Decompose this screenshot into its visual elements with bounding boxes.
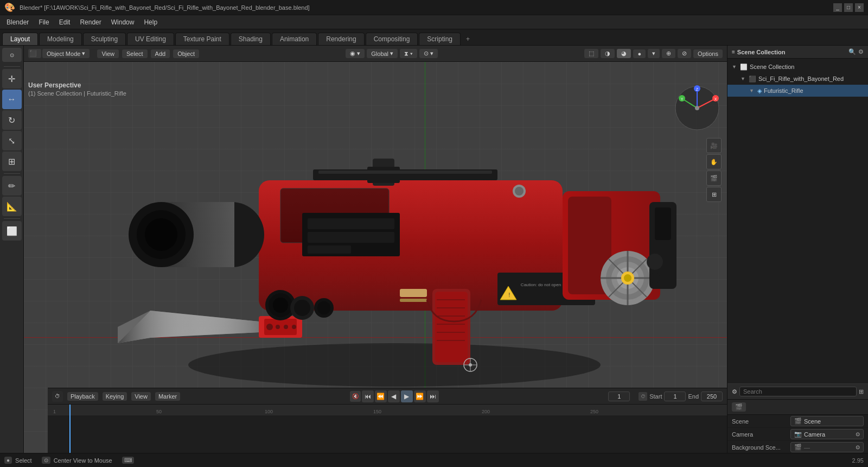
properties-filter-button[interactable]: ⊞: [859, 388, 864, 395]
tool-scale[interactable]: ⤡: [2, 131, 22, 150]
tool-rotate[interactable]: ↻: [2, 110, 22, 130]
options-button[interactable]: Options: [693, 49, 723, 58]
playback-menu[interactable]: Playback: [67, 392, 98, 401]
scene-dropdown-icon: 🎬: [794, 418, 802, 425]
viewport-shading-wire[interactable]: ⬚: [584, 49, 598, 58]
outliner-item-futuristic-rifle[interactable]: ▼ ◈ Futuristic_Rifle: [727, 85, 868, 97]
tab-scripting[interactable]: Scripting: [419, 33, 461, 45]
current-frame-display[interactable]: 1: [608, 392, 630, 401]
view-menu-button[interactable]: View: [97, 49, 119, 58]
keying-menu[interactable]: Keying: [103, 392, 127, 401]
tool-add-cube[interactable]: ⬜: [2, 221, 22, 241]
background-label-text: Background Sce...: [732, 444, 786, 451]
toolbar-separator-3: [4, 218, 20, 219]
add-menu-button[interactable]: Add: [151, 49, 170, 58]
snap-toggle[interactable]: ⧗ ▾: [400, 49, 417, 58]
outliner-settings-button[interactable]: ⚙: [858, 48, 864, 55]
tool-annotate[interactable]: ✏: [2, 176, 22, 195]
outliner-filter-button[interactable]: 🔍: [848, 48, 856, 55]
prop-tab-scene[interactable]: 🎬: [732, 402, 746, 412]
jump-start-button[interactable]: ⏮: [362, 390, 374, 402]
svg-rect-63: [400, 299, 427, 302]
close-button[interactable]: ×: [855, 3, 864, 12]
audio-toggle[interactable]: 🔇: [350, 391, 361, 402]
tab-compositing[interactable]: Compositing: [366, 33, 418, 45]
select-menu-button[interactable]: Select: [122, 49, 148, 58]
play-reverse-button[interactable]: ◀: [388, 390, 400, 402]
viewport-zoom-tool[interactable]: 🎬: [706, 171, 722, 186]
pivot-point-dropdown[interactable]: ◉ ▾: [346, 49, 365, 58]
tool-measure[interactable]: 📐: [2, 197, 22, 216]
timeline-ruler[interactable]: 1 50 100 150 200 250: [48, 405, 727, 415]
svg-rect-14: [308, 232, 394, 243]
camera-select-icon[interactable]: ⊙: [856, 431, 860, 437]
menu-blender[interactable]: Blender: [2, 17, 33, 27]
viewport-shading-solid[interactable]: ◑: [601, 49, 615, 58]
svg-point-71: [649, 273, 660, 283]
gizmos-button[interactable]: ⊕: [662, 49, 675, 58]
tool-move[interactable]: ↔: [2, 90, 22, 109]
proportional-edit[interactable]: ⊙ ▾: [419, 49, 438, 58]
menu-help[interactable]: Help: [139, 17, 162, 27]
blender-icon[interactable]: ⊙: [2, 48, 22, 62]
jump-end-button[interactable]: ⏭: [427, 390, 439, 402]
object-menu-button[interactable]: Object: [173, 49, 199, 58]
prev-keyframe-button[interactable]: ⏪: [375, 390, 387, 402]
svg-point-61: [317, 301, 330, 314]
frame-mark-200: 200: [482, 409, 490, 414]
tab-texture-paint[interactable]: Texture Paint: [175, 33, 229, 45]
global-transform-dropdown[interactable]: Global ▾: [367, 49, 398, 58]
tool-transform[interactable]: ⊞: [2, 152, 22, 171]
outliner-header-left: ≡ Scene Collection: [732, 49, 848, 55]
viewport-shading-material[interactable]: ◕: [617, 49, 631, 58]
end-label: End: [688, 393, 699, 400]
minimize-button[interactable]: _: [833, 3, 842, 12]
menu-edit[interactable]: Edit: [55, 17, 75, 27]
tab-modeling[interactable]: Modeling: [39, 33, 82, 45]
viewport-shading-dropdown[interactable]: ▾: [648, 49, 660, 58]
tab-add-button[interactable]: +: [462, 33, 474, 45]
scene-collection-label: Scene Collection: [750, 64, 795, 70]
navigation-gizmo[interactable]: Z X Y: [673, 84, 722, 132]
menu-render[interactable]: Render: [75, 17, 105, 27]
end-frame[interactable]: 250: [701, 392, 723, 401]
viewport-mode-icon[interactable]: ⬛: [28, 49, 41, 58]
properties-search-input[interactable]: [739, 387, 857, 396]
main-area: ⊙ ✛ ↔ ↻ ⤡ ⊞ ✏ 📐 ⬜ ⬛ Object Mode ▾ View S…: [0, 46, 868, 467]
object-mode-dropdown[interactable]: Object Mode ▾: [42, 49, 90, 58]
menu-window[interactable]: Window: [107, 17, 139, 27]
marker-menu[interactable]: Marker: [155, 392, 180, 401]
tab-animation[interactable]: Animation: [272, 33, 317, 45]
title-bar-controls: _ □ ×: [833, 3, 864, 12]
start-frame[interactable]: 1: [664, 392, 686, 401]
camera-value-display[interactable]: 📷 Camera ⊙: [790, 429, 864, 439]
outliner-item-scene-collection[interactable]: ▼ ⬜ Scene Collection: [727, 61, 868, 73]
svg-rect-27: [435, 292, 468, 362]
tab-uv-editing[interactable]: UV Editing: [127, 33, 174, 45]
view-menu[interactable]: View: [131, 392, 151, 401]
tab-sculpting[interactable]: Sculpting: [83, 33, 126, 45]
viewport-camera-tool[interactable]: 🎥: [706, 138, 722, 153]
overlays-button[interactable]: ⊘: [678, 49, 691, 58]
tab-shading[interactable]: Shading: [231, 33, 271, 45]
next-keyframe-button[interactable]: ⏩: [414, 390, 426, 402]
viewport-ortho-tool[interactable]: ⊞: [706, 187, 722, 202]
timeline-icon[interactable]: ⏱: [52, 391, 63, 402]
left-toolbar: ⊙ ✛ ↔ ↻ ⤡ ⊞ ✏ 📐 ⬜: [0, 46, 24, 467]
viewport-shading-render[interactable]: ●: [633, 49, 646, 58]
menu-file[interactable]: File: [34, 17, 53, 27]
tab-rendering[interactable]: Rendering: [318, 33, 364, 45]
background-select-icon[interactable]: ⊙: [856, 444, 860, 450]
scene-value-display[interactable]: 🎬 Scene: [790, 416, 864, 426]
outliner-item-rifle[interactable]: ▼ ⬛ Sci_Fi_Rifle_with_Bayonet_Red: [727, 73, 868, 85]
play-button[interactable]: ▶: [401, 390, 413, 402]
tab-layout[interactable]: Layout: [2, 33, 38, 45]
toolbar-separator-2: [4, 173, 20, 174]
timeline-playhead-body: [69, 415, 71, 453]
svg-rect-62: [400, 289, 427, 297]
background-value-display[interactable]: 🎬 — ⊙: [790, 442, 864, 452]
maximize-button[interactable]: □: [844, 3, 853, 12]
tool-cursor[interactable]: ✛: [2, 69, 22, 89]
timeline-body[interactable]: [48, 415, 727, 453]
viewport-grab-tool[interactable]: ✋: [706, 154, 722, 169]
